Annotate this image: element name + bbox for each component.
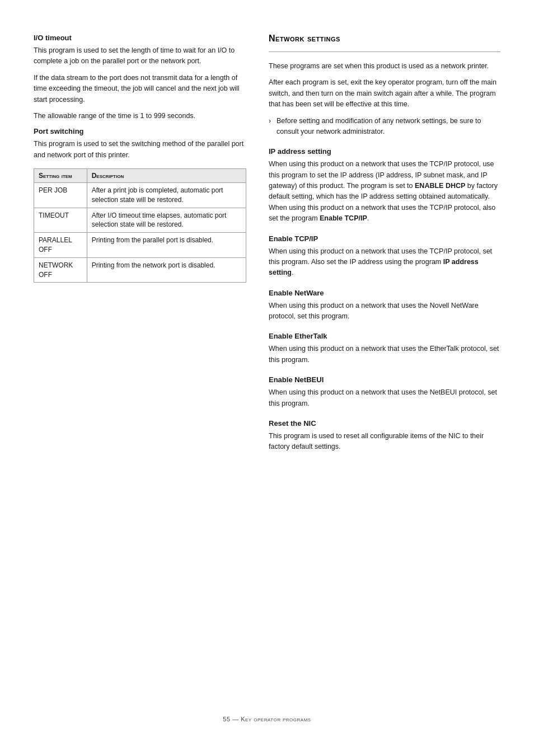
port-switching-heading: Port switching <box>34 127 246 135</box>
enable-tcp-heading: Enable TCP/IP <box>269 234 500 243</box>
table-col2-header: Description <box>87 169 246 183</box>
enable-tcpip-bold-1: Enable TCP/IP <box>320 214 367 222</box>
title-divider <box>269 51 500 52</box>
enable-tcp-text: When using this product on a network tha… <box>269 246 500 279</box>
table-cell-description: Printing from the parallel port is disab… <box>87 233 246 258</box>
enable-netware-section: Enable NetWare When using this product o… <box>269 289 500 322</box>
io-timeout-section: I/O timeout This program is used to set … <box>34 34 246 121</box>
ip-address-text: When using this product on a network tha… <box>269 159 500 224</box>
ip-address-section: IP address setting When using this produ… <box>269 147 500 224</box>
reset-nic-heading: Reset the NIC <box>269 419 500 428</box>
page: I/O timeout This program is used to set … <box>0 0 534 756</box>
io-timeout-para-2: If the data stream to the port does not … <box>34 73 246 105</box>
table-row: PARALLEL OFFPrinting from the parallel p… <box>34 233 246 258</box>
port-switching-table: Setting item Description PER JOBAfter a … <box>34 168 246 283</box>
table-cell-item: NETWORK OFF <box>34 257 87 283</box>
enable-ethertalk-section: Enable EtherTalk When using this product… <box>269 332 500 365</box>
table-cell-description: Printing from the network port is disabl… <box>87 257 246 283</box>
network-intro-2: After each program is set, exit the key … <box>269 77 500 110</box>
enable-netbeui-section: Enable NetBEUI When using this product o… <box>269 375 500 409</box>
enable-netbeui-heading: Enable NetBEUI <box>269 375 500 384</box>
io-timeout-para-1: This program is used to set the length o… <box>34 45 246 67</box>
table-cell-item: TIMEOUT <box>34 208 87 233</box>
enable-dhcp-bold: ENABLE DHCP <box>415 182 465 190</box>
port-switching-para: This program is used to set the switchin… <box>34 139 246 161</box>
enable-ethertalk-text: When using this product on a network tha… <box>269 344 500 365</box>
network-bullet-text: Before setting and modification of any n… <box>277 116 500 138</box>
ip-address-heading: IP address setting <box>269 147 500 156</box>
left-column: I/O timeout This program is used to set … <box>34 34 246 693</box>
reset-nic-section: Reset the NIC This program is used to re… <box>269 419 500 453</box>
io-timeout-para-3: The allowable range of the time is 1 to … <box>34 111 246 121</box>
io-timeout-heading: I/O timeout <box>34 34 246 42</box>
two-column-layout: I/O timeout This program is used to set … <box>34 34 500 693</box>
table-cell-item: PARALLEL OFF <box>34 233 87 258</box>
enable-netware-heading: Enable NetWare <box>269 289 500 297</box>
table-row: NETWORK OFFPrinting from the network por… <box>34 257 246 283</box>
enable-ethertalk-heading: Enable EtherTalk <box>269 332 500 340</box>
table-cell-description: After a print job is completed, automati… <box>87 183 246 208</box>
table-cell-description: After I/O timeout time elapses, automati… <box>87 208 246 233</box>
ip-address-setting-bold: IP address setting <box>269 258 479 276</box>
table-row: PER JOBAfter a print job is completed, a… <box>34 183 246 208</box>
reset-nic-text: This program is used to reset all config… <box>269 431 500 453</box>
table-cell-item: PER JOB <box>34 183 87 208</box>
table-row: TIMEOUTAfter I/O timeout time elapses, a… <box>34 208 246 233</box>
network-bullet: › Before setting and modification of any… <box>269 116 500 138</box>
table-col1-header: Setting item <box>34 169 87 183</box>
page-footer: 55 — Key operator programs <box>34 716 500 722</box>
bullet-arrow-icon: › <box>269 117 271 125</box>
enable-netbeui-text: When using this product on a network tha… <box>269 387 500 409</box>
right-column: Network settings These programs are set … <box>269 34 500 693</box>
network-settings-title: Network settings <box>269 34 500 44</box>
port-switching-section: Port switching This program is used to s… <box>34 127 246 283</box>
network-intro-1: These programs are set when this product… <box>269 61 500 72</box>
enable-tcp-section: Enable TCP/IP When using this product on… <box>269 234 500 279</box>
enable-netware-text: When using this product on a network tha… <box>269 300 500 322</box>
